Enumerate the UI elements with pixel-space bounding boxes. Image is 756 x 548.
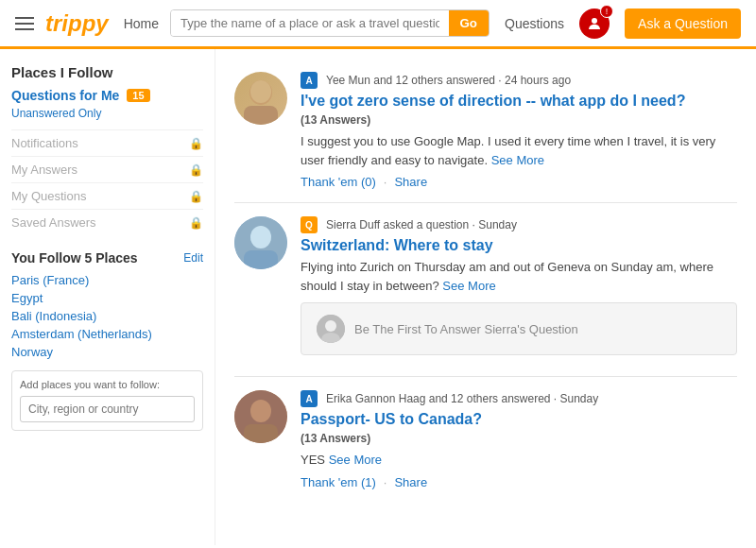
q-author-1: Yee Mun and 12 others answered · 24 hour… [326,74,571,87]
q-title-1[interactable]: I've got zero sense of direction -- what… [301,93,737,110]
share-link-3[interactable]: Share [394,475,427,489]
place-paris[interactable]: Paris (France) [11,273,203,287]
question-card-2: Q Sierra Duff asked a question · Sunday … [234,203,737,377]
search-input[interactable] [171,10,448,36]
avatar-1 [234,72,287,125]
answer-badge-3: A [301,390,318,407]
lock-icon: 🔒 [189,137,203,150]
avatar-2 [234,216,287,269]
lock-icon: 🔒 [189,190,203,203]
q-title-2[interactable]: Switzerland: Where to stay [301,237,737,254]
question-card-3: A Erika Gannon Haag and 12 others answer… [234,377,737,503]
first-answer-avatar [317,315,345,343]
logo: trippy [45,10,109,37]
edit-places-link[interactable]: Edit [183,251,203,265]
svg-point-0 [592,18,597,24]
svg-rect-12 [244,424,278,443]
card-body-1: A Yee Mun and 12 others answered · 24 ho… [301,72,737,189]
svg-point-8 [325,320,336,332]
q-answers-count-1: (13 Answers) [301,113,737,127]
sidebar-item-my-answers[interactable]: My Answers 🔒 [11,156,203,182]
q-body-3: YES See More [301,451,737,470]
q-title-3[interactable]: Passport- US to Canada? [301,411,737,428]
see-more-2[interactable]: See More [442,279,495,293]
question-badge-2: Q [301,216,318,233]
q-meta-1: A Yee Mun and 12 others answered · 24 ho… [301,72,737,89]
dot-3: · [384,475,387,489]
unanswered-only-filter[interactable]: Unanswered Only [11,107,203,120]
lock-icon: 🔒 [189,216,203,230]
search-bar: Go [170,9,490,37]
thank-link-3[interactable]: Thank 'em (1) [301,475,376,489]
q-body-1: I suggest you to use Google Map. I used … [301,132,737,169]
add-places-label: Add places you want to follow: [20,379,195,390]
q-answers-count-3: (13 Answers) [301,432,737,445]
hamburger-menu[interactable] [15,17,34,30]
card-body-3: A Erika Gannon Haag and 12 others answer… [301,390,737,489]
nav-home-link[interactable]: Home [124,16,159,31]
svg-point-11 [250,400,271,422]
q-author-3: Erika Gannon Haag and 12 others answered… [326,392,598,405]
sidebar-item-my-questions[interactable]: My Questions 🔒 [11,182,203,209]
header: trippy Home Go Questions ! Ask a Questio… [0,0,756,49]
questions-for-me-link[interactable]: Questions for Me [11,88,119,103]
search-button[interactable]: Go [449,10,490,36]
saved-answers-label: Saved Answers [11,215,96,230]
see-more-3[interactable]: See More [329,453,382,467]
content-area: A Yee Mun and 12 others answered · 24 ho… [215,49,756,545]
q-actions-3: Thank 'em (1) · Share [301,475,737,489]
first-answer-box[interactable]: Be The First To Answer Sierra's Question [301,302,737,355]
svg-rect-6 [244,250,278,269]
question-card-1: A Yee Mun and 12 others answered · 24 ho… [234,59,737,203]
first-answer-text: Be The First To Answer Sierra's Question [354,322,578,336]
sidebar-item-saved-answers[interactable]: Saved Answers 🔒 [11,209,203,235]
questions-badge: 15 [127,89,149,102]
svg-rect-2 [244,106,278,125]
q-actions-1: Thank 'em (0) · Share [301,175,737,189]
place-norway[interactable]: Norway [11,345,203,359]
dot-1: · [384,175,387,189]
avatar-3 [234,390,287,443]
svg-point-3 [250,80,271,103]
place-bali[interactable]: Bali (Indonesia) [11,309,203,323]
ask-question-button[interactable]: Ask a Question [625,9,741,39]
questions-for-me-row: Questions for Me 15 [11,88,203,103]
you-follow-title: You Follow 5 Places [11,250,138,265]
main-layout: Places I Follow Questions for Me 15 Unan… [0,49,756,545]
place-egypt[interactable]: Egypt [11,291,203,305]
sidebar-item-notifications[interactable]: Notifications 🔒 [11,129,203,156]
notifications-label: Notifications [11,136,78,150]
you-follow-section: You Follow 5 Places Edit Paris (France) … [11,250,203,359]
q-author-2: Sierra Duff asked a question · Sunday [326,218,517,231]
share-link-1[interactable]: Share [394,175,427,189]
places-follow-title: Places I Follow [11,64,203,80]
lock-icon: 🔒 [189,163,203,177]
thank-link-1[interactable]: Thank 'em (0) [301,175,376,189]
answer-badge-1: A [301,72,318,89]
user-notification-badge: ! [600,5,613,18]
card-body-2: Q Sierra Duff asked a question · Sunday … [301,216,737,363]
see-more-1[interactable]: See More [491,153,544,167]
nav-questions-link[interactable]: Questions [505,16,564,31]
my-questions-label: My Questions [11,189,86,203]
add-places-box: Add places you want to follow: [11,370,203,431]
svg-point-5 [250,226,271,248]
q-meta-2: Q Sierra Duff asked a question · Sunday [301,216,737,233]
user-avatar[interactable]: ! [579,9,610,39]
place-amsterdam[interactable]: Amsterdam (Netherlands) [11,327,203,341]
sidebar: Places I Follow Questions for Me 15 Unan… [0,49,215,545]
you-follow-header: You Follow 5 Places Edit [11,250,203,265]
my-answers-label: My Answers [11,163,77,177]
q-meta-3: A Erika Gannon Haag and 12 others answer… [301,390,737,407]
q-body-2: Flying into Zurich on Thursday am and ou… [301,258,737,295]
add-places-input[interactable] [20,396,195,422]
